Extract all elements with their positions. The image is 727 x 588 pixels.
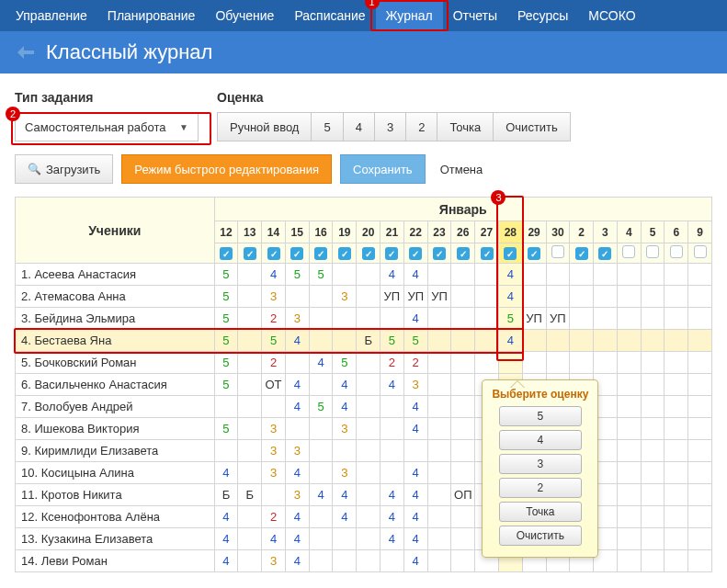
task-type-select[interactable]: Самостоятельная работа bbox=[15, 112, 199, 141]
grade-btn-3[interactable]: 3 bbox=[374, 112, 406, 141]
day-check-6[interactable] bbox=[665, 243, 688, 264]
grade-cell[interactable]: 4 bbox=[403, 528, 427, 550]
day-12[interactable]: 12 bbox=[214, 221, 238, 243]
grade-cell[interactable]: 4 bbox=[285, 528, 309, 550]
grade-cell[interactable] bbox=[688, 374, 712, 396]
day-5[interactable]: 5 bbox=[641, 221, 665, 243]
grade-cell[interactable] bbox=[641, 352, 665, 374]
day-28[interactable]: 28 bbox=[498, 221, 522, 243]
grade-cell[interactable] bbox=[357, 528, 381, 550]
grade-cell[interactable]: ОТ bbox=[262, 374, 286, 396]
cancel-link[interactable]: Отмена bbox=[435, 163, 489, 176]
grade-cell[interactable] bbox=[238, 396, 262, 418]
grade-cell[interactable] bbox=[309, 528, 333, 550]
grade-cell[interactable] bbox=[665, 440, 688, 462]
day-15[interactable]: 15 bbox=[285, 221, 309, 243]
grade-cell[interactable] bbox=[285, 418, 309, 440]
grade-cell[interactable] bbox=[641, 462, 665, 484]
grade-cell[interactable]: 5 bbox=[214, 308, 238, 330]
grade-cell[interactable] bbox=[309, 462, 333, 484]
grade-cell[interactable] bbox=[475, 264, 499, 286]
grade-cell[interactable] bbox=[427, 330, 451, 352]
grade-cell[interactable]: 3 bbox=[262, 440, 286, 462]
grade-cell[interactable] bbox=[570, 264, 594, 286]
day-check-2[interactable]: ✓ bbox=[570, 243, 594, 264]
grade-cell[interactable]: 5 bbox=[214, 264, 238, 286]
grade-cell[interactable] bbox=[381, 418, 404, 440]
grade-cell[interactable] bbox=[688, 264, 712, 286]
grade-cell[interactable]: 4 bbox=[333, 506, 357, 528]
grade-cell[interactable] bbox=[357, 374, 381, 396]
grade-cell[interactable] bbox=[333, 528, 357, 550]
grade-cell[interactable] bbox=[451, 528, 475, 550]
grade-cell[interactable]: Б bbox=[357, 330, 381, 352]
grade-cell[interactable] bbox=[641, 374, 665, 396]
grade-cell[interactable] bbox=[309, 440, 333, 462]
grade-cell[interactable]: ОП bbox=[451, 484, 475, 506]
grade-cell[interactable] bbox=[381, 550, 404, 572]
grade-cell[interactable] bbox=[570, 286, 594, 308]
grade-cell[interactable] bbox=[641, 330, 665, 352]
grade-cell[interactable] bbox=[522, 286, 546, 308]
grade-cell[interactable]: УП bbox=[522, 308, 546, 330]
day-check-9[interactable] bbox=[688, 243, 712, 264]
grade-cell[interactable]: УП bbox=[546, 308, 570, 330]
grade-cell[interactable] bbox=[641, 484, 665, 506]
grade-cell[interactable]: Б bbox=[238, 484, 262, 506]
grade-cell[interactable] bbox=[357, 440, 381, 462]
grade-cell[interactable] bbox=[641, 286, 665, 308]
grade-cell[interactable]: 3 bbox=[262, 286, 286, 308]
grade-cell[interactable] bbox=[688, 286, 712, 308]
grade-cell[interactable] bbox=[546, 352, 570, 374]
grade-cell[interactable] bbox=[594, 330, 618, 352]
grade-cell[interactable] bbox=[688, 440, 712, 462]
grade-cell[interactable] bbox=[617, 374, 641, 396]
grade-cell[interactable]: 4 bbox=[262, 528, 286, 550]
grade-cell[interactable] bbox=[309, 374, 333, 396]
popup-btn-5[interactable]: 5 bbox=[499, 406, 582, 426]
grade-cell[interactable] bbox=[262, 484, 286, 506]
grade-cell[interactable] bbox=[238, 264, 262, 286]
grade-cell[interactable] bbox=[594, 286, 618, 308]
grade-cell[interactable] bbox=[214, 396, 238, 418]
grade-cell[interactable]: 4 bbox=[403, 396, 427, 418]
day-21[interactable]: 21 bbox=[381, 221, 404, 243]
day-22[interactable]: 22 bbox=[403, 221, 427, 243]
popup-btn-2[interactable]: 2 bbox=[499, 478, 582, 498]
grade-cell[interactable]: 3 bbox=[403, 374, 427, 396]
grade-cell[interactable]: 5 bbox=[403, 330, 427, 352]
grade-cell[interactable] bbox=[357, 396, 381, 418]
grade-cell[interactable] bbox=[665, 286, 688, 308]
grade-cell[interactable] bbox=[451, 330, 475, 352]
student-name[interactable]: 7. Волобуев Андрей bbox=[16, 396, 215, 418]
grade-cell[interactable]: 2 bbox=[381, 352, 404, 374]
grade-cell[interactable] bbox=[427, 484, 451, 506]
grade-cell[interactable]: 3 bbox=[262, 550, 286, 572]
grade-cell[interactable]: 3 bbox=[285, 308, 309, 330]
grade-cell[interactable] bbox=[570, 352, 594, 374]
grade-cell[interactable] bbox=[641, 264, 665, 286]
day-check-23[interactable]: ✓ bbox=[427, 243, 451, 264]
nav-мсоко[interactable]: МСОКО bbox=[578, 0, 645, 31]
grade-cell[interactable]: 3 bbox=[285, 484, 309, 506]
grade-cell[interactable]: 5 bbox=[333, 352, 357, 374]
student-name[interactable]: 10. Косицына Алина bbox=[16, 462, 215, 484]
nav-обучение[interactable]: Обучение bbox=[205, 0, 284, 31]
grade-cell[interactable] bbox=[427, 506, 451, 528]
student-name[interactable]: 9. Киримлиди Елизавета bbox=[16, 440, 215, 462]
grade-cell[interactable] bbox=[522, 352, 546, 374]
grade-cell[interactable] bbox=[451, 396, 475, 418]
grade-cell[interactable]: 5 bbox=[214, 286, 238, 308]
day-16[interactable]: 16 bbox=[309, 221, 333, 243]
grade-cell[interactable]: 4 bbox=[285, 462, 309, 484]
day-check-26[interactable]: ✓ bbox=[451, 243, 475, 264]
grade-cell[interactable] bbox=[688, 352, 712, 374]
grade-cell[interactable]: 5 bbox=[309, 264, 333, 286]
student-name[interactable]: 6. Васильченко Анастасия bbox=[16, 374, 215, 396]
grade-cell[interactable] bbox=[309, 506, 333, 528]
day-20[interactable]: 20 bbox=[357, 221, 381, 243]
student-name[interactable]: 8. Ишекова Виктория bbox=[16, 418, 215, 440]
grade-cell[interactable] bbox=[665, 528, 688, 550]
grade-cell[interactable] bbox=[357, 264, 381, 286]
grade-cell[interactable]: 4 bbox=[214, 528, 238, 550]
